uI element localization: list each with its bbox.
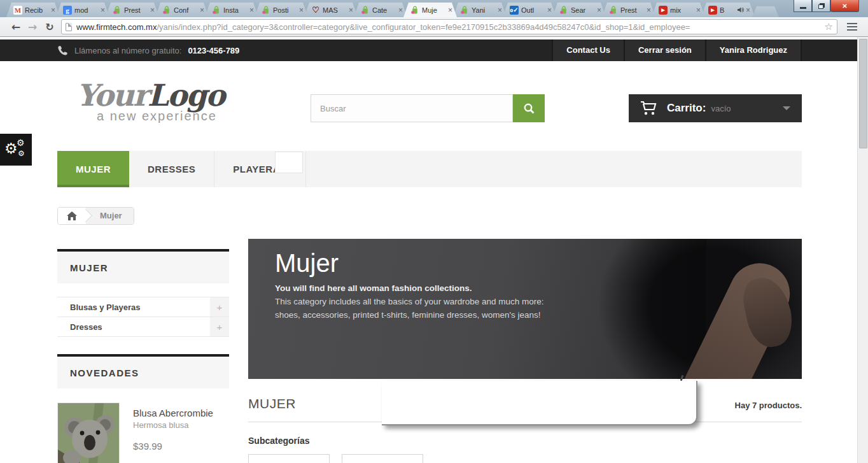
browser-toolbar: ← → ↻ www.firmtech.com.mx/yanis/index.ph…	[0, 17, 868, 37]
nav-search-stub	[275, 152, 303, 173]
tab-title: Posti	[273, 6, 298, 14]
tab-title: Prest	[620, 6, 645, 14]
live-configurator-toggle[interactable]: ⚙ ⚙ ⚙	[0, 134, 32, 166]
sidebar-product[interactable]: Blusa Abercrombie Hermosa blusa $39.99	[57, 402, 229, 463]
tab-title: Outl	[521, 6, 546, 14]
cart-status: vacío	[711, 104, 731, 113]
subcategory-label[interactable]: Dresses	[57, 317, 210, 336]
subcategory-card[interactable]	[248, 454, 330, 463]
tab-title: B	[720, 6, 737, 14]
outlook-icon: o✓	[510, 6, 519, 15]
browser-tab[interactable]: Posti×	[255, 3, 308, 17]
tab-close-icon[interactable]: ×	[248, 7, 255, 13]
nav-item-dresses[interactable]: DRESSES	[129, 151, 214, 187]
plus-icon[interactable]: +	[210, 317, 229, 336]
topbar-link[interactable]: Cerrar sesión	[624, 39, 705, 61]
breadcrumb-home-link[interactable]	[58, 208, 86, 224]
subcategory-card[interactable]	[342, 454, 423, 463]
tab-title: Conf	[174, 6, 199, 14]
browser-tab[interactable]: Sear×	[552, 3, 606, 17]
browser-tab[interactable]: gmod×	[56, 3, 109, 17]
left-sidebar: MUJER Blusas y Playeras+Dresses+ NOVEDAD…	[57, 239, 229, 463]
prestashop-icon	[609, 6, 618, 15]
tab-title: Cate	[372, 6, 397, 14]
banner-title: Mujer	[275, 249, 543, 278]
sidebar-subcategory-row[interactable]: Dresses+	[57, 317, 229, 336]
tab-close-icon[interactable]: ×	[546, 7, 553, 13]
search-input[interactable]	[311, 94, 513, 122]
page-icon	[66, 23, 72, 31]
sidebar-subcategory-row[interactable]: Blusas y Playeras+	[57, 297, 229, 317]
menu-icon[interactable]	[843, 20, 862, 34]
tab-close-icon[interactable]: ×	[447, 7, 454, 13]
sidebar-category-title: MUJER	[57, 249, 229, 283]
cart-icon	[640, 101, 657, 116]
browser-tab[interactable]: ♡MAS×	[304, 3, 358, 17]
site-logo[interactable]: YourLogo a new experience	[76, 80, 286, 124]
nav-item-mujer[interactable]: MUJER	[57, 151, 129, 187]
url-text[interactable]: www.firmtech.com.mx/yanis/index.php?id_c…	[76, 22, 822, 32]
plus-icon[interactable]: +	[210, 297, 229, 317]
product-thumbnail[interactable]	[57, 402, 120, 463]
product-name[interactable]: Blusa Abercrombie	[133, 408, 213, 418]
topbar-link[interactable]: Yanira Rodriguez	[705, 39, 802, 61]
tab-close-icon[interactable]: ×	[745, 7, 752, 13]
tab-close-icon[interactable]: ×	[695, 7, 702, 13]
tab-close-icon[interactable]: ×	[496, 7, 503, 13]
browser-tab[interactable]: ▶mix×	[652, 3, 705, 17]
browser-tab[interactable]: Prest×	[106, 3, 159, 17]
back-icon[interactable]: ←	[8, 20, 24, 33]
tab-close-icon[interactable]: ×	[397, 7, 404, 13]
scrollbar-thumb[interactable]	[859, 39, 867, 148]
bookmark-star-icon[interactable]: ☆	[825, 21, 833, 32]
browser-tab[interactable]: Conf×	[155, 3, 209, 17]
chevron-down-icon	[783, 106, 790, 114]
browser-tab-strip: MRecib×gmod×Prest×Conf×Insta×Posti×♡MAS×…	[0, 0, 868, 17]
browser-tab[interactable]: Insta×	[205, 3, 258, 17]
cart-dropdown[interactable]: Carrito: vacío	[629, 94, 802, 122]
tab-close-icon[interactable]: ×	[298, 7, 305, 13]
search-button[interactable]	[513, 94, 545, 122]
main-content: Mujer You will find here all woman fashi…	[248, 239, 802, 463]
tab-title: mix	[670, 6, 695, 14]
browser-tab[interactable]: Muje×	[403, 3, 457, 17]
tab-title: Insta	[223, 6, 248, 14]
tab-close-icon[interactable]: ×	[99, 7, 106, 13]
tab-title: Muje	[422, 6, 447, 14]
browser-tab[interactable]: o✓Outl×	[503, 3, 556, 17]
prestashop-icon	[113, 6, 122, 15]
gear-icon: ⚙	[17, 138, 25, 147]
tab-close-icon[interactable]: ×	[347, 7, 354, 13]
tab-close-icon[interactable]: ×	[149, 7, 156, 13]
browser-tab[interactable]: MRecib×	[6, 3, 60, 17]
youtube-icon: ▶	[708, 6, 717, 15]
search-icon	[523, 103, 535, 115]
product-count: Hay 7 productos.	[735, 401, 802, 410]
browser-tab[interactable]: Prest×	[602, 3, 655, 17]
subcategory-label[interactable]: Blusas y Playeras	[57, 297, 210, 317]
browser-tab[interactable]: ▶B×	[701, 3, 755, 17]
tab-close-icon[interactable]: ×	[645, 7, 652, 13]
banner-description-line1: This category includes all the basics of…	[275, 297, 543, 306]
new-tab-button[interactable]	[752, 6, 779, 17]
reload-icon[interactable]: ↻	[41, 21, 59, 33]
browser-tab[interactable]: Cate×	[354, 3, 407, 17]
product-description: Hermosa blusa	[133, 420, 213, 430]
browser-tab[interactable]: Yani×	[453, 3, 507, 17]
tab-close-icon[interactable]: ×	[596, 7, 603, 13]
prestashop-icon	[410, 6, 419, 15]
restore-button[interactable]	[812, 0, 830, 12]
minimize-button[interactable]	[794, 0, 812, 12]
prestashop-icon	[460, 6, 469, 15]
forward-icon[interactable]: →	[24, 20, 41, 33]
tab-close-icon[interactable]: ×	[199, 7, 206, 13]
subcategories-title: Subcategorías	[248, 436, 802, 446]
koala-image	[58, 403, 119, 463]
page-scrollbar[interactable]	[857, 37, 868, 463]
tab-close-icon[interactable]: ×	[50, 7, 57, 13]
topbar-link[interactable]: Contact Us	[552, 39, 624, 61]
close-button[interactable]: ✕	[830, 0, 859, 12]
banner-description-line2: shoes, accessories, printed t-shirts, fe…	[275, 310, 543, 320]
tab-title: MAS	[323, 6, 347, 14]
url-bar[interactable]: www.firmtech.com.mx/yanis/index.php?id_c…	[61, 19, 837, 34]
